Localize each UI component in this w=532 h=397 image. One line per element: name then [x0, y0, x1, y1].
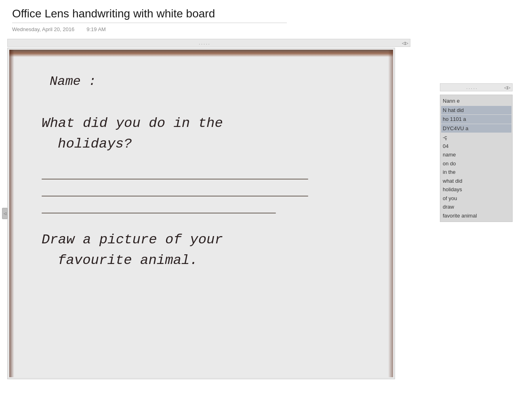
scrollbar-dots: .....: [8, 41, 402, 45]
draw-line2: favourite animal.: [58, 253, 198, 268]
answer-line-1: [42, 179, 308, 179]
right-panel-item: what did: [443, 177, 510, 186]
right-panel-item: DYC4VU a: [441, 124, 511, 133]
right-panel-item: Nann e: [443, 97, 510, 106]
answer-lines: [42, 179, 361, 213]
right-panel-item: draw: [443, 203, 510, 211]
left-scroll-handle[interactable]: ◁: [2, 208, 8, 219]
answer-line-3: [42, 213, 276, 213]
right-panel-item: favorite animal: [443, 211, 510, 220]
rp-scroll-arrows[interactable]: ◁▷: [504, 85, 512, 90]
whiteboard-image: Name : What did you do in the holidays? …: [9, 50, 393, 377]
scrollbar-arrows[interactable]: ◁▷: [402, 41, 410, 45]
page-date: Wednesday, April 20, 2016: [12, 26, 74, 32]
horizontal-scrollbar-top[interactable]: ..... ◁▷: [7, 39, 410, 47]
right-panel-item: N hat did: [441, 106, 511, 115]
question-line2: holidays?: [58, 136, 132, 152]
right-panel-item: on do: [443, 159, 510, 168]
page-header: Office Lens handwriting with white board…: [0, 0, 532, 35]
right-panel-item: 04: [443, 142, 510, 151]
right-panel-item: name: [443, 150, 510, 159]
right-panel: ..... ◁▷ Nann eN hat didho 1101 aDYC4VU …: [440, 83, 513, 222]
handwriting-question: What did you do in the holidays?: [42, 113, 361, 154]
rp-scroll-dots: .....: [440, 85, 504, 90]
handwriting-name: Name :: [50, 74, 361, 89]
right-panel-item: in the: [443, 168, 510, 177]
right-panel-scrollbar[interactable]: ..... ◁▷: [440, 83, 513, 91]
whiteboard-container: ◁ Name : What did you do in the holidays…: [7, 48, 395, 379]
right-panel-item: of you: [443, 194, 510, 203]
title-underline: [12, 23, 287, 23]
page-time: 9:19 AM: [86, 26, 106, 32]
page-meta: Wednesday, April 20, 2016 9:19 AM: [12, 26, 520, 32]
draw-line1: Draw a picture of your: [42, 232, 223, 247]
right-panel-item: -ç: [443, 133, 510, 142]
right-panel-content: Nann eN hat didho 1101 aDYC4VU a-ç04name…: [440, 95, 513, 222]
answer-line-2: [42, 196, 308, 196]
handwriting-draw: Draw a picture of your favourite animal.: [42, 230, 361, 271]
page-title: Office Lens handwriting with white board: [12, 7, 520, 20]
right-panel-item: holidays: [443, 185, 510, 194]
wb-content: Name : What did you do in the holidays? …: [9, 50, 393, 287]
question-line1: What did you do in the: [42, 116, 223, 131]
right-panel-item: ho 1101 a: [441, 115, 511, 124]
